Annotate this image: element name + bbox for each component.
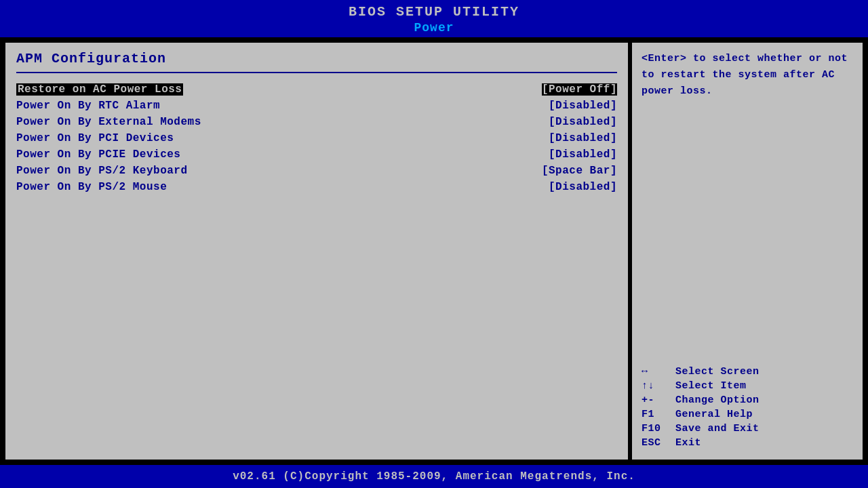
legend-desc-2: Change Option — [675, 394, 760, 406]
legend-key-2: +- — [642, 394, 675, 406]
menu-item-value-0: [Power Off] — [542, 83, 617, 96]
divider — [16, 72, 617, 73]
menu-item-6[interactable]: Power On By PS/2 Mouse[Disabled] — [16, 179, 617, 195]
legend-desc-3: General Help — [675, 409, 753, 420]
legend-key-3: F1 — [642, 409, 675, 420]
legend-desc-0: Select Screen — [675, 366, 760, 378]
menu-item-label-4: Power On By PCIE Devices — [16, 148, 180, 161]
menu-item-1[interactable]: Power On By RTC Alarm[Disabled] — [16, 98, 617, 114]
right-panel: <Enter> to select whether or not to rest… — [632, 43, 863, 460]
menu-item-0[interactable]: Restore on AC Power Loss[Power Off] — [16, 81, 617, 98]
legend-key-0: ↔ — [642, 366, 675, 378]
menu-item-label-1: Power On By RTC Alarm — [16, 100, 160, 112]
legend-item-0: ↔Select Screen — [642, 366, 853, 378]
key-legend: ↔Select Screen↑↓Select Item+-Change Opti… — [642, 359, 853, 451]
menu-item-label-2: Power On By External Modems — [16, 116, 201, 128]
menu-item-2[interactable]: Power On By External Modems[Disabled] — [16, 114, 617, 130]
menu-item-value-2: [Disabled] — [549, 116, 617, 128]
legend-item-2: +-Change Option — [642, 394, 853, 406]
menu-item-value-3: [Disabled] — [549, 132, 617, 144]
legend-item-5: ESCExit — [642, 437, 853, 449]
legend-desc-1: Select Item — [675, 380, 747, 392]
menu-item-label-6: Power On By PS/2 Mouse — [16, 181, 167, 193]
main-content: APM Configuration Restore on AC Power Lo… — [0, 37, 868, 460]
menu-item-5[interactable]: Power On By PS/2 Keyboard[Space Bar] — [16, 163, 617, 179]
menu-item-value-4: [Disabled] — [549, 148, 617, 161]
menu-item-4[interactable]: Power On By PCIE Devices[Disabled] — [16, 146, 617, 163]
menu-item-label-3: Power On By PCI Devices — [16, 132, 174, 144]
legend-item-3: F1General Help — [642, 409, 853, 420]
bios-screen: BIOS SETUP UTILITY Power APM Configurati… — [0, 0, 868, 488]
top-bar: BIOS SETUP UTILITY Power — [0, 0, 868, 37]
menu-item-value-6: [Disabled] — [549, 181, 617, 193]
menu-item-value-1: [Disabled] — [549, 100, 617, 112]
legend-key-5: ESC — [642, 437, 675, 449]
legend-item-1: ↑↓Select Item — [642, 380, 853, 392]
help-text: <Enter> to select whether or not to rest… — [642, 51, 853, 359]
legend-desc-5: Exit — [675, 437, 701, 449]
menu-item-label-0: Restore on AC Power Loss — [16, 83, 183, 96]
bios-title: BIOS SETUP UTILITY — [0, 4, 868, 20]
legend-item-4: F10Save and Exit — [642, 423, 853, 434]
copyright-text: v02.61 (C)Copyright 1985-2009, American … — [0, 470, 868, 483]
bottom-bar: v02.61 (C)Copyright 1985-2009, American … — [0, 465, 868, 488]
legend-key-1: ↑↓ — [642, 380, 675, 392]
legend-key-4: F10 — [642, 423, 675, 434]
section-title: APM Configuration — [16, 51, 617, 66]
legend-desc-4: Save and Exit — [675, 423, 760, 434]
menu-item-3[interactable]: Power On By PCI Devices[Disabled] — [16, 130, 617, 146]
menu-item-label-5: Power On By PS/2 Keyboard — [16, 165, 188, 177]
left-panel: APM Configuration Restore on AC Power Lo… — [5, 43, 628, 460]
bios-subtitle: Power — [0, 21, 868, 35]
menu-item-value-5: [Space Bar] — [542, 165, 617, 177]
menu-list: Restore on AC Power Loss[Power Off]Power… — [16, 81, 617, 195]
